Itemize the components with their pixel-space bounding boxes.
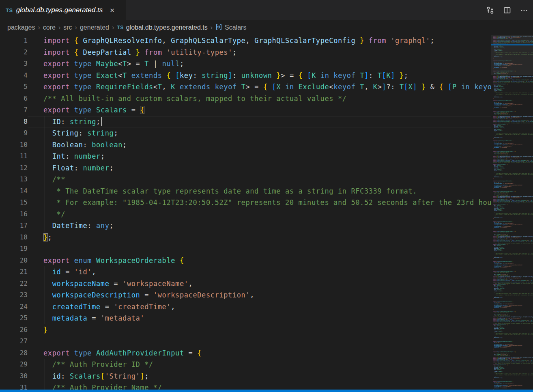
indent-guide: [45, 127, 45, 139]
breadcrumb-separator: ›: [58, 24, 60, 31]
tab-global-db-types[interactable]: TS global.db.types.generated.ts ✕: [0, 0, 126, 20]
line-number[interactable]: 5: [0, 81, 28, 93]
indent-guide: [45, 370, 45, 382]
breadcrumb-file-label: global.db.types.generated.ts: [126, 24, 208, 31]
code-line[interactable]: createdTime = 'createdTime',: [28, 301, 491, 313]
indent-guide: [45, 162, 45, 174]
line-number[interactable]: 28: [0, 347, 28, 359]
line-number[interactable]: 19: [0, 243, 28, 255]
code-line[interactable]: metadata = 'metadata': [28, 312, 491, 324]
line-number[interactable]: 20: [0, 255, 28, 267]
indent-guide: [45, 266, 45, 278]
indent-guide: [45, 301, 45, 313]
breadcrumb-symbol-label: Scalars: [225, 24, 246, 31]
line-number[interactable]: 4: [0, 70, 28, 82]
indent-guide: [45, 289, 45, 301]
line-number[interactable]: 13: [0, 174, 28, 185]
line-number[interactable]: 25: [0, 312, 28, 324]
text-cursor: [101, 117, 102, 126]
code-line[interactable]: import { GraphQLResolveInfo, GraphQLScal…: [28, 35, 491, 47]
indent-guide: [45, 151, 45, 162]
status-bar[interactable]: [0, 390, 533, 392]
code-line[interactable]: workspaceName = 'workspaceName',: [28, 278, 491, 290]
tab-title: global.db.types.generated.ts: [16, 6, 103, 14]
split-editor-icon[interactable]: [502, 5, 512, 15]
minimap[interactable]: import { GraphQLResolveInfo, GraphQLScal…: [491, 35, 533, 390]
breadcrumb-item-generated[interactable]: generated: [80, 24, 109, 31]
indent-guide: [45, 209, 45, 220]
code-line[interactable]: }: [28, 324, 491, 336]
code-line[interactable]: /** Auth Provider Name */: [28, 382, 491, 390]
line-number[interactable]: 17: [0, 220, 28, 232]
code-line[interactable]: /**: [28, 174, 491, 185]
code-line[interactable]: ID: string;: [28, 116, 491, 128]
code-line[interactable]: * The DateTime scalar type represents da…: [28, 185, 491, 197]
line-number[interactable]: 21: [0, 266, 28, 278]
code-line[interactable]: /** Auth Provider ID */: [28, 359, 491, 370]
line-number[interactable]: 1: [0, 35, 28, 47]
minimap-slider[interactable]: [491, 35, 533, 75]
line-number[interactable]: 18: [0, 232, 28, 243]
code-line[interactable]: export type AddAuthProviderInput = {: [28, 347, 491, 359]
line-number[interactable]: 10: [0, 139, 28, 151]
line-number[interactable]: 11: [0, 151, 28, 162]
typescript-file-icon: TS: [6, 7, 13, 13]
code-line[interactable]: export type Exact<T extends { [key: stri…: [28, 70, 491, 82]
breadcrumb-item-core[interactable]: core: [43, 24, 56, 31]
line-number[interactable]: 27: [0, 336, 28, 347]
breadcrumb-separator: ›: [211, 24, 213, 31]
line-number[interactable]: 23: [0, 289, 28, 301]
indent-guide: [45, 197, 45, 209]
breadcrumb-item-symbol-scalars[interactable]: Scalars: [215, 24, 246, 32]
code-line[interactable]: * For example: "1985-04-12T23:20:50.52Z"…: [28, 197, 491, 209]
line-number[interactable]: 15: [0, 197, 28, 209]
line-number[interactable]: 8: [0, 116, 28, 128]
line-number[interactable]: 16: [0, 209, 28, 220]
typescript-file-icon: TS: [117, 25, 123, 30]
code-line[interactable]: Int: number;: [28, 151, 491, 162]
code-line[interactable]: export type Maybe<T> = T | null;: [28, 58, 491, 70]
compare-changes-icon[interactable]: [485, 5, 495, 15]
line-number[interactable]: 24: [0, 301, 28, 313]
line-number[interactable]: 3: [0, 58, 28, 70]
code-line[interactable]: [28, 243, 491, 255]
line-number[interactable]: 6: [0, 93, 28, 105]
more-actions-icon[interactable]: [519, 5, 529, 15]
line-number[interactable]: 29: [0, 359, 28, 370]
code-editor[interactable]: 1234567891011121314151617181920212223242…: [0, 35, 491, 390]
indent-guide: [45, 312, 45, 324]
code-line[interactable]: import { DeepPartial } from 'utility-typ…: [28, 47, 491, 58]
code-line[interactable]: Boolean: boolean;: [28, 139, 491, 151]
breadcrumb-item-file[interactable]: TS global.db.types.generated.ts: [117, 24, 207, 31]
breadcrumb-item-src[interactable]: src: [63, 24, 72, 31]
code-line[interactable]: export enum WorkspaceOrderable {: [28, 255, 491, 267]
code-line[interactable]: */: [28, 209, 491, 220]
code-line[interactable]: Float: number;: [28, 162, 491, 174]
breadcrumb-item-packages[interactable]: packages: [7, 24, 35, 31]
code-line[interactable]: id = 'id',: [28, 266, 491, 278]
line-number[interactable]: 22: [0, 278, 28, 290]
line-number[interactable]: 2: [0, 47, 28, 58]
line-number[interactable]: 31: [0, 382, 28, 390]
code-line[interactable]: String: string;: [28, 127, 491, 139]
indent-guide: [45, 382, 45, 390]
line-number[interactable]: 26: [0, 324, 28, 336]
code-lines: import { GraphQLResolveInfo, GraphQLScal…: [28, 35, 491, 390]
line-number[interactable]: 14: [0, 185, 28, 197]
code-line[interactable]: export type Scalars = {: [28, 104, 491, 116]
code-line[interactable]: };: [28, 232, 491, 243]
line-number[interactable]: 7: [0, 104, 28, 116]
editor-actions: [485, 0, 529, 20]
code-line[interactable]: id: Scalars['String'];: [28, 370, 491, 382]
code-line[interactable]: /** All built-in and custom scalars, map…: [28, 93, 491, 105]
code-line[interactable]: [28, 336, 491, 347]
code-line[interactable]: DateTime: any;: [28, 220, 491, 232]
line-number[interactable]: 12: [0, 162, 28, 174]
line-number[interactable]: 30: [0, 370, 28, 382]
close-tab-icon[interactable]: ✕: [108, 6, 116, 14]
code-line[interactable]: export type RequireFields<T, K extends k…: [28, 81, 491, 93]
gutter[interactable]: 1234567891011121314151617181920212223242…: [0, 35, 28, 390]
line-number[interactable]: 9: [0, 127, 28, 139]
code-line[interactable]: workspaceDescription = 'workspaceDescrip…: [28, 289, 491, 301]
indent-guide: [45, 278, 45, 290]
